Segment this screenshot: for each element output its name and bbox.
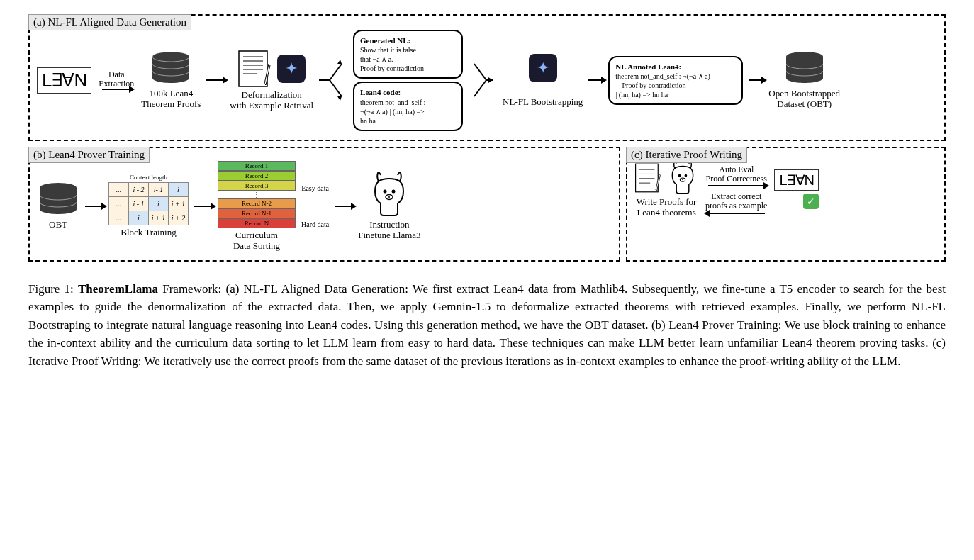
curriculum-stack: Record 1 Record 2 Record 3 ⋮ Record N-2 … — [218, 161, 296, 228]
easy-data-label: Easy data — [301, 184, 329, 192]
check-icon: ✓ — [803, 194, 819, 209]
auto-eval-label: Auto Eval Proof Correctness — [706, 165, 767, 184]
svg-point-22 — [388, 196, 390, 198]
document-icon — [237, 50, 272, 88]
section-b: (b) Lean4 Prover Training OBT Context le… — [28, 147, 620, 262]
lean-logo: L∃∀N — [37, 67, 91, 94]
deform-caption: Deformalization with Example Retrival — [230, 89, 313, 111]
write-proofs-caption: Write Proofs for Lean4 theorems — [637, 196, 697, 218]
obt-small-caption: OBT — [49, 219, 67, 230]
svg-line-9 — [330, 64, 342, 80]
llama-icon — [667, 161, 698, 195]
block-training-table: ...i - 2i- 1i ...i - 1ii + 1 ...ii + 1i … — [108, 182, 189, 225]
svg-point-28 — [678, 174, 681, 177]
section-c-label: (c) Iterative Proof Writing — [626, 147, 747, 163]
gemini-icon: ✦ — [529, 54, 557, 82]
document-icon — [634, 162, 661, 194]
svg-marker-16 — [488, 77, 493, 83]
svg-point-19 — [384, 189, 387, 193]
svg-point-20 — [392, 189, 396, 193]
db-100k-caption: 100k Lean4 Theorem Proofs — [141, 88, 201, 110]
database-icon — [37, 182, 79, 218]
svg-marker-12 — [337, 96, 342, 101]
framework-diagram: (a) NL-FL Aligned Data Generation L∃∀N D… — [28, 14, 946, 370]
block-caption: Block Training — [121, 227, 176, 238]
obt-caption: Open Bootstrapped Dataset (OBT) — [768, 88, 840, 110]
figure-caption: Figure 1: TheoremLlama Framework: (a) NL… — [28, 280, 946, 371]
lean4-code-box: Lean4 code: theorem not_and_self : ¬(¬a … — [353, 82, 463, 130]
section-a-label: (a) NL-FL Aligned Data Generation — [28, 14, 191, 30]
generated-nl-box: Generated NL: Show that it is false that… — [353, 30, 463, 79]
database-icon — [783, 51, 826, 86]
svg-line-13 — [474, 64, 486, 80]
section-a: (a) NL-FL Aligned Data Generation L∃∀N D… — [28, 14, 946, 141]
extract-label: Extract correct proofs as example — [705, 192, 767, 211]
svg-rect-23 — [636, 164, 659, 192]
annotated-lean4-box: NL Annoted Lean4: theorem not_and_self :… — [608, 56, 743, 105]
lean-logo: L∃∀N — [774, 169, 819, 191]
curriculum-caption: Curriculum Data Sorting — [233, 230, 280, 252]
section-c: (c) Iterative Proof Writing Write Proofs… — [626, 147, 946, 262]
split-arrow-icon — [319, 55, 347, 105]
boot-caption: NL-FL Bootstrapping — [503, 96, 583, 108]
gemini-icon: ✦ — [277, 55, 306, 83]
context-length-label: Context length — [130, 174, 167, 181]
svg-point-31 — [682, 179, 683, 179]
merge-arrow-icon — [469, 55, 497, 105]
section-b-label: (b) Lean4 Prover Training — [28, 147, 150, 163]
svg-marker-10 — [337, 60, 342, 64]
llama-icon — [368, 172, 410, 218]
svg-line-14 — [474, 80, 486, 96]
llama-caption: Instruction Finetune Llama3 — [358, 219, 420, 241]
hard-data-label: Hard data — [301, 220, 329, 228]
svg-point-29 — [685, 174, 688, 177]
svg-line-11 — [330, 80, 342, 96]
database-icon — [150, 51, 192, 86]
